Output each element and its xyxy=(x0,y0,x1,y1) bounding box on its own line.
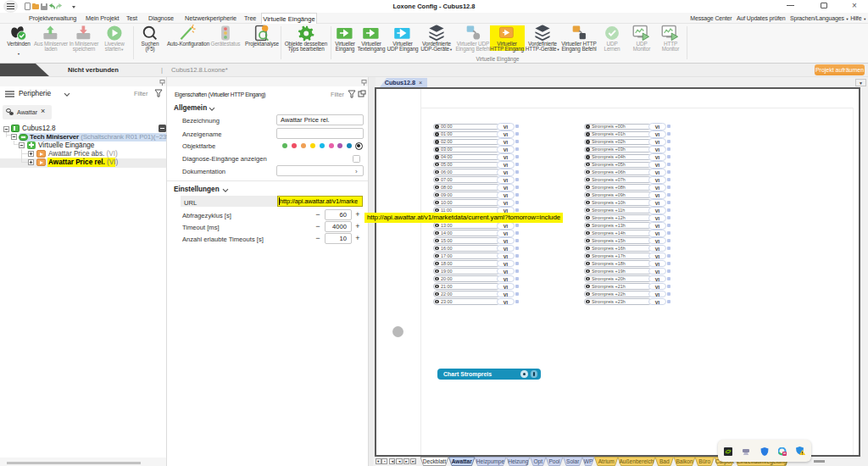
svg-text:Außenbereich: Außenbereich xyxy=(619,458,654,464)
svg-text:Solar: Solar xyxy=(566,458,580,464)
svg-text:Awattar: Awattar xyxy=(451,458,471,464)
svg-text:Opt: Opt xyxy=(533,458,542,465)
svg-text:Bad: Bad xyxy=(659,458,669,464)
svg-text:Heizung: Heizung xyxy=(508,458,529,465)
svg-text:Deckblatt: Deckblatt xyxy=(422,458,446,464)
svg-text:Atrium: Atrium xyxy=(598,458,615,464)
svg-text:Balkon: Balkon xyxy=(676,458,693,464)
svg-text:WP: WP xyxy=(583,458,593,464)
svg-text:Pool: Pool xyxy=(548,458,560,464)
svg-text:Büro: Büro xyxy=(698,458,710,464)
svg-text:Heizpumpe: Heizpumpe xyxy=(476,458,504,465)
